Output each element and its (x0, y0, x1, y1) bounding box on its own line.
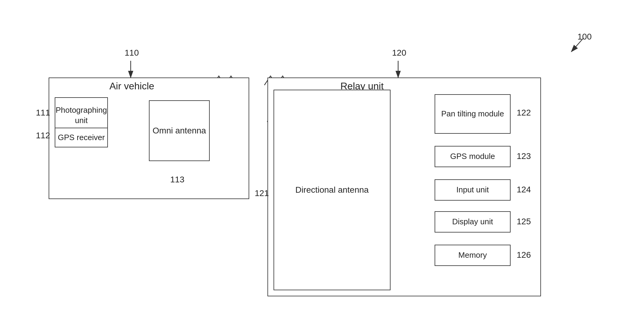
directional-antenna-box: Directional antenna (274, 90, 391, 290)
ref-120: 120 (392, 48, 406, 58)
display-unit-box: Display unit (435, 211, 511, 233)
ref-126: 126 (517, 250, 531, 260)
ref-100-arrow (568, 36, 587, 55)
ref-113: 113 (170, 175, 184, 184)
ref-123: 123 (517, 151, 531, 161)
gps-module-box: GPS module (435, 146, 511, 167)
ref-111: 111 (36, 108, 50, 118)
memory-box: Memory (435, 245, 511, 266)
ref-112: 112 (36, 131, 50, 140)
ref-125: 125 (517, 217, 531, 226)
ref-121: 121 (255, 188, 269, 198)
input-unit-box: Input unit (435, 179, 511, 201)
ref-124: 124 (517, 185, 531, 195)
air-vehicle-label: Air vehicle (109, 81, 154, 92)
diagram: Air vehicle Photographing unit GPS recei… (0, 0, 644, 324)
ref-110: 110 (125, 48, 139, 58)
svg-line-22 (571, 38, 584, 52)
omni-antenna-box: Omni antenna (149, 100, 210, 161)
pan-tilting-module-box: Pan tilting module (435, 94, 511, 134)
ref-122: 122 (517, 108, 531, 118)
gps-receiver-box: GPS receiver (55, 128, 108, 147)
